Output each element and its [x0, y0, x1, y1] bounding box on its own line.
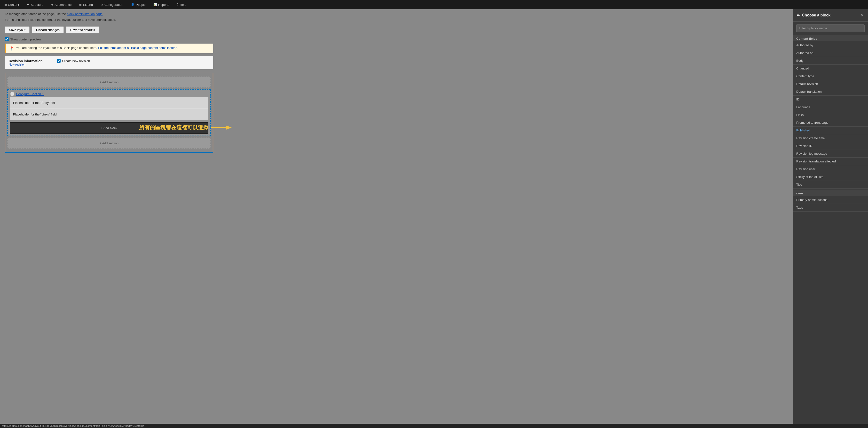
create-revision-label: Create new revision [62, 59, 90, 63]
discard-changes-button[interactable]: Discard changes [32, 26, 64, 33]
show-preview-label: Show content preview [10, 37, 41, 41]
block-list: Content fieldsAuthored byAuthored onBody… [793, 34, 868, 428]
block-list-item[interactable]: Authored by [793, 41, 868, 49]
links-placeholder: Placeholder for the "Links" field [10, 109, 208, 120]
block-category: core [793, 190, 868, 196]
help-icon: ? [177, 3, 179, 6]
block-list-item[interactable]: Body [793, 57, 868, 65]
block-list-item[interactable]: Revision user [793, 165, 868, 173]
pin-icon: 📍 [9, 46, 14, 51]
action-buttons: Save layout Discard changes Revert to de… [5, 24, 213, 36]
block-list-item[interactable]: Default translation [793, 88, 868, 96]
block-list-item[interactable]: Language [793, 103, 868, 111]
block-list-item[interactable]: Tabs [793, 204, 868, 211]
revision-subtitle[interactable]: New revision [9, 63, 42, 66]
show-preview-checkbox[interactable] [5, 37, 9, 41]
nav-content[interactable]: ⊞ Content [3, 1, 21, 8]
block-list-item[interactable]: Content type [793, 72, 868, 80]
show-preview-row: Show content preview [5, 36, 213, 43]
structure-icon: ❖ [27, 3, 30, 6]
status-bar: https://drupal.cobenash.tw/layout_builde… [0, 424, 868, 428]
add-block-button[interactable]: + Add block [10, 122, 208, 134]
block-list-item[interactable]: Published [793, 127, 868, 134]
add-section-bottom[interactable]: + Add section [7, 137, 211, 149]
content-inner: To manage other areas of the page, use t… [0, 9, 218, 158]
layout-builder: 所有的區塊都在這裡可以選擇 + Add section [5, 73, 213, 153]
revert-defaults-button[interactable]: Revert to defaults [66, 26, 99, 33]
panel-title: ✏ Choose a block [797, 13, 831, 18]
block-list-item[interactable]: Revision translation affected [793, 158, 868, 165]
nav-appearance[interactable]: ◈ Appearance [50, 1, 73, 8]
config-icon: ⚙ [100, 3, 103, 6]
block-list-item[interactable]: Authored on [793, 49, 868, 57]
panel-header: ✏ Choose a block ✕ [793, 9, 868, 22]
nav-help[interactable]: ? Help [176, 1, 188, 8]
block-list-item[interactable]: Links [793, 111, 868, 119]
block-list-item[interactable]: Promoted to front page [793, 119, 868, 127]
nav-extend[interactable]: ⊞ Extend [78, 1, 94, 8]
nav-people[interactable]: 👤 People [129, 1, 147, 8]
info-text: To manage other areas of the page, use t… [5, 9, 213, 24]
reports-icon: 📊 [153, 3, 157, 6]
right-panel: ✏ Choose a block ✕ Content fieldsAuthore… [793, 9, 868, 428]
annotation-arrow [210, 124, 232, 131]
body-placeholder: Placeholder for the "Body" field [10, 97, 208, 109]
notice-box: 📍 You are editing the layout for this Ba… [5, 43, 213, 53]
block-list-item[interactable]: Sticky at top of lists [793, 173, 868, 181]
people-icon: 👤 [131, 3, 134, 6]
create-revision-checkbox[interactable] [57, 59, 61, 63]
block-list-item[interactable]: Revision ID [793, 142, 868, 150]
add-section-top[interactable]: + Add section [7, 76, 211, 88]
extend-icon: ⊞ [79, 3, 82, 6]
nav-reports[interactable]: 📊 Reports [152, 1, 171, 8]
notice-text: You are editing the layout for this Basi… [16, 46, 178, 50]
main-layout: To manage other areas of the page, use t… [0, 9, 868, 428]
section-block: ✕ Configure Section 1 Placeholder for th… [7, 89, 211, 136]
save-layout-button[interactable]: Save layout [5, 26, 30, 33]
content-icon: ⊞ [4, 3, 7, 6]
nav-configuration[interactable]: ⚙ Configuration [99, 1, 125, 8]
block-list-item[interactable]: ID [793, 96, 868, 103]
nav-structure[interactable]: ❖ Structure [26, 1, 45, 8]
block-list-item[interactable]: Primary admin actions [793, 196, 868, 204]
info-line2: Forms and links inside the content of th… [5, 18, 213, 22]
top-nav: ⊞ Content ❖ Structure ◈ Appearance ⊞ Ext… [0, 0, 868, 9]
revision-box: Revision information New revision Create… [5, 56, 213, 69]
block-list-item[interactable]: Default revision [793, 80, 868, 88]
info-line1: To manage other areas of the page, use t… [5, 12, 213, 17]
block-category: Content fields [793, 35, 868, 41]
section-close-button[interactable]: ✕ [10, 92, 14, 96]
content-area: To manage other areas of the page, use t… [0, 9, 793, 428]
revision-check: Create new revision [57, 59, 90, 63]
panel-close-button[interactable]: ✕ [861, 12, 864, 18]
section-header: ✕ Configure Section 1 [8, 90, 210, 97]
pencil-icon: ✏ [797, 13, 800, 18]
block-list-item[interactable]: Title [793, 181, 868, 189]
configure-section-link[interactable]: Configure Section 1 [16, 92, 43, 96]
block-list-item[interactable]: Revision log message [793, 150, 868, 158]
revision-info: Revision information New revision [9, 59, 42, 66]
edit-template-link[interactable]: Edit the template for all Basic page con… [98, 46, 177, 50]
appearance-icon: ◈ [51, 3, 53, 6]
filter-input[interactable] [796, 25, 865, 32]
block-list-item[interactable]: Changed [793, 65, 868, 72]
block-admin-link[interactable]: block administration page [67, 12, 102, 16]
block-list-item[interactable]: Revision create time [793, 134, 868, 142]
revision-title: Revision information [9, 59, 42, 63]
